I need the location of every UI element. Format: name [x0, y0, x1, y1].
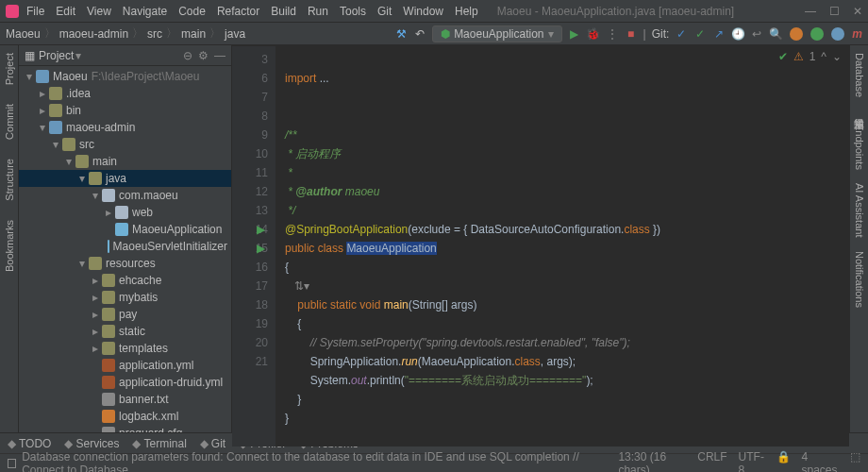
menu-edit[interactable]: Edit — [56, 5, 75, 18]
run-config-selector[interactable]: ⬢ MaoeuApplication ▾ — [432, 25, 561, 42]
nav-back-icon[interactable]: ↶ — [413, 27, 426, 41]
tool-project[interactable]: Project — [4, 53, 15, 85]
tree-node[interactable]: ▾com.maoeu — [19, 187, 231, 204]
menu-file[interactable]: File — [26, 5, 44, 18]
tree-node[interactable]: ▸ehcache — [19, 272, 231, 289]
avatar-icon[interactable] — [831, 27, 844, 41]
project-tree[interactable]: ▾MaoeuF:\IdeaProject\Maoeu▸.idea▸bin▾mao… — [19, 66, 231, 432]
minimize-icon[interactable]: — — [805, 5, 816, 18]
vcs-commit-icon[interactable]: ✓ — [693, 27, 707, 41]
tool-right[interactable]: Database — [854, 53, 865, 97]
project-tool-window: ▦ Project ▾ ⊖⚙— ▾MaoeuF:\IdeaProject\Mao… — [19, 45, 232, 432]
more-run-icon[interactable]: ⋮ — [606, 27, 619, 41]
ide-settings-icon[interactable] — [790, 27, 803, 41]
menu-refactor[interactable]: Refactor — [217, 5, 259, 18]
close-icon[interactable]: ✕ — [853, 5, 862, 18]
chevron-down-icon: ⌄ — [832, 50, 842, 63]
menu-view[interactable]: View — [87, 5, 111, 18]
tool-right[interactable]: Notifications — [854, 251, 865, 308]
tool-commit[interactable]: Commit — [4, 104, 15, 140]
maximize-icon[interactable]: ☐ — [829, 5, 840, 18]
main-menu: FileEditViewNavigateCodeRefactorBuildRun… — [26, 5, 478, 18]
build-icon[interactable]: ⚒ — [394, 27, 408, 41]
git-label: Git: — [652, 27, 670, 41]
tool-right[interactable]: Endpoints — [854, 124, 865, 170]
app-letter-icon[interactable]: m — [852, 27, 862, 41]
debug-icon[interactable]: 🐞 — [587, 27, 600, 41]
run-config-label: MaoeuApplication — [454, 27, 543, 41]
crumb[interactable]: java — [225, 27, 245, 41]
tool-window-toggle-icon[interactable] — [8, 459, 16, 468]
tree-node[interactable]: ▸static — [19, 323, 231, 340]
crumb[interactable]: main — [181, 27, 206, 41]
editor-inspections[interactable]: ✔ ⚠ 1 ^ ⌄ — [778, 50, 842, 63]
proj-header-icon[interactable]: ⚙ — [198, 49, 209, 62]
lock-icon[interactable]: 🔒 — [776, 450, 791, 473]
tree-node[interactable]: ▾maoeu-admin — [19, 119, 231, 136]
memory-icon[interactable]: ⬚ — [850, 450, 860, 473]
tool-bookmarks[interactable]: Bookmarks — [4, 220, 15, 272]
bottom-tool-terminal[interactable]: ◆Terminal — [132, 437, 186, 450]
tree-node[interactable]: MaoeuApplication — [19, 221, 231, 238]
hint-text[interactable]: Database connection parameters found: Co… — [22, 450, 618, 473]
menu-build[interactable]: Build — [271, 5, 296, 18]
crumb[interactable]: maoeu-admin — [59, 27, 128, 41]
tree-node[interactable]: ▾MaoeuF:\IdeaProject\Maoeu — [19, 68, 231, 85]
proj-header-icon[interactable]: ⊖ — [183, 49, 192, 62]
tree-node[interactable]: ▸templates — [19, 340, 231, 357]
plugin-icon[interactable] — [810, 27, 824, 41]
app-logo-icon — [6, 5, 19, 18]
tree-node[interactable]: MaoeuServletInitializer — [19, 238, 231, 255]
tree-node[interactable]: ▾main — [19, 153, 231, 170]
menu-run[interactable]: Run — [308, 5, 328, 18]
editor-area: alipay.properties×wxpay.properties×appli… — [232, 45, 849, 432]
caret-position[interactable]: 13:30 (16 chars) — [618, 450, 686, 473]
menu-help[interactable]: Help — [455, 5, 478, 18]
tool-structure[interactable]: Structure — [4, 159, 15, 201]
vcs-history-icon[interactable]: 🕘 — [731, 27, 744, 41]
line-gutter[interactable]: 3678910111213▶ 14▶ 15161718192021 — [232, 46, 275, 447]
window-controls: — ☐ ✕ — [805, 5, 862, 18]
indent-setting[interactable]: 4 spaces — [802, 450, 839, 473]
menu-code[interactable]: Code — [178, 5, 206, 18]
tree-node[interactable]: logback.xml — [19, 408, 231, 425]
tree-node[interactable]: ▸pay — [19, 306, 231, 323]
bottom-tool-todo[interactable]: ◆TODO — [8, 437, 51, 450]
right-gutter: Database通知提示EndpointsAI AssistantNotific… — [849, 45, 868, 432]
tool-right[interactable]: AI Assistant — [854, 183, 865, 237]
tree-node[interactable]: ▾java — [19, 170, 231, 187]
code-editor[interactable]: ✔ ⚠ 1 ^ ⌄ 3678910111213▶ 14▶ 15161718192… — [232, 46, 849, 447]
search-icon[interactable]: 🔍 — [769, 27, 782, 41]
tree-node[interactable]: ▸web — [19, 204, 231, 221]
bottom-tool-services[interactable]: ◆Services — [64, 437, 119, 450]
menu-git[interactable]: Git — [377, 5, 392, 18]
stop-icon[interactable]: ■ — [625, 27, 638, 41]
tree-node[interactable]: banner.txt — [19, 391, 231, 408]
tree-node[interactable]: ▸bin — [19, 102, 231, 119]
bottom-tool-git[interactable]: ◆Git — [200, 437, 225, 450]
crumb[interactable]: Maoeu — [6, 27, 41, 41]
tree-node[interactable]: ▸mybatis — [19, 289, 231, 306]
proj-header-icon[interactable]: — — [214, 49, 225, 62]
run-icon[interactable]: ▶ — [568, 27, 581, 41]
code-lines[interactable]: import ... /** * 启动程序 * * @author maoeu … — [275, 46, 849, 447]
menu-tools[interactable]: Tools — [340, 5, 366, 18]
crumb[interactable]: src — [147, 27, 162, 41]
status-bar: Database connection parameters found: Co… — [0, 453, 868, 472]
check-icon: ✔ — [778, 50, 788, 63]
tree-node[interactable]: ▾src — [19, 136, 231, 153]
vcs-rollback-icon[interactable]: ↩ — [750, 27, 763, 41]
tree-node[interactable]: ▾resources — [19, 255, 231, 272]
tree-node[interactable]: proguard.cfg — [19, 425, 231, 432]
vcs-update-icon[interactable]: ✓ — [675, 27, 688, 41]
line-separator[interactable]: CRLF — [697, 450, 726, 473]
project-title[interactable]: Project — [39, 49, 74, 62]
vcs-push-icon[interactable]: ↗ — [712, 27, 726, 41]
menu-navigate[interactable]: Navigate — [123, 5, 167, 18]
project-view-icon[interactable]: ▦ — [25, 49, 35, 62]
tree-node[interactable]: ▸.idea — [19, 85, 231, 102]
file-encoding[interactable]: UTF-8 — [739, 450, 765, 473]
menu-window[interactable]: Window — [403, 5, 443, 18]
tree-node[interactable]: application-druid.yml — [19, 374, 231, 391]
tree-node[interactable]: application.yml — [19, 357, 231, 374]
